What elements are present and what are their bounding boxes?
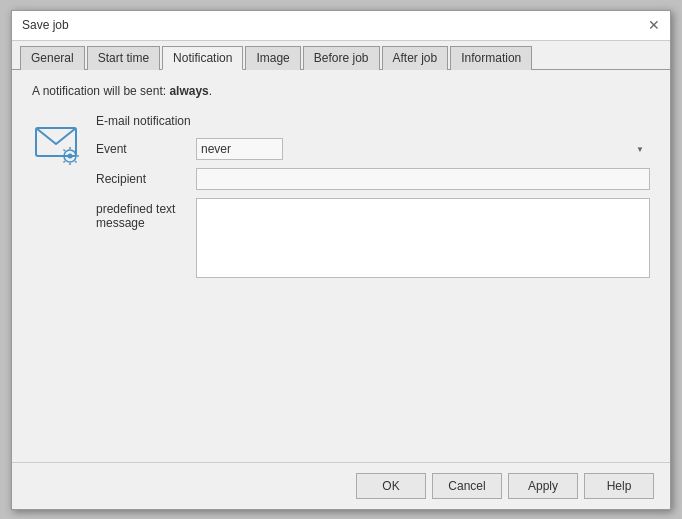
tab-notification[interactable]: Notification [162,46,243,70]
ok-button[interactable]: OK [356,473,426,499]
email-notification-label: E-mail notification [96,114,650,128]
event-select[interactable]: never always on success on failure [196,138,283,160]
svg-line-10 [64,161,66,163]
predefined-text-label: predefined textmessage [96,198,196,230]
email-form: E-mail notification Event never always o… [96,114,650,286]
tab-content: A notification will be sent: always. [12,70,670,462]
tab-bar: General Start time Notification Image Be… [12,41,670,70]
tab-before-job[interactable]: Before job [303,46,380,70]
tab-general[interactable]: General [20,46,85,70]
recipient-input[interactable] [196,168,650,190]
predefined-text-input[interactable] [196,198,650,278]
notification-status-value: always [169,84,208,98]
dialog-footer: OK Cancel Apply Help [12,462,670,509]
event-select-wrapper: never always on success on failure [196,138,650,160]
notification-status-text: A notification will be sent: always. [32,84,650,98]
email-section: E-mail notification Event never always o… [32,114,650,286]
cancel-button[interactable]: Cancel [432,473,502,499]
recipient-label: Recipient [96,172,196,186]
email-icon [32,118,80,166]
save-job-dialog: Save job ✕ General Start time Notificati… [11,10,671,510]
title-bar: Save job ✕ [12,11,670,41]
tab-information[interactable]: Information [450,46,532,70]
predefined-text-row: predefined textmessage [96,198,650,278]
tab-start-time[interactable]: Start time [87,46,160,70]
apply-button[interactable]: Apply [508,473,578,499]
svg-line-9 [75,149,77,151]
recipient-row: Recipient [96,168,650,190]
tab-image[interactable]: Image [245,46,300,70]
event-label: Event [96,142,196,156]
close-button[interactable]: ✕ [648,18,660,32]
help-button[interactable]: Help [584,473,654,499]
svg-line-8 [75,161,77,163]
svg-line-7 [64,149,66,151]
dialog-title: Save job [22,18,69,32]
event-row: Event never always on success on failure [96,138,650,160]
svg-point-2 [68,153,73,158]
tab-after-job[interactable]: After job [382,46,449,70]
